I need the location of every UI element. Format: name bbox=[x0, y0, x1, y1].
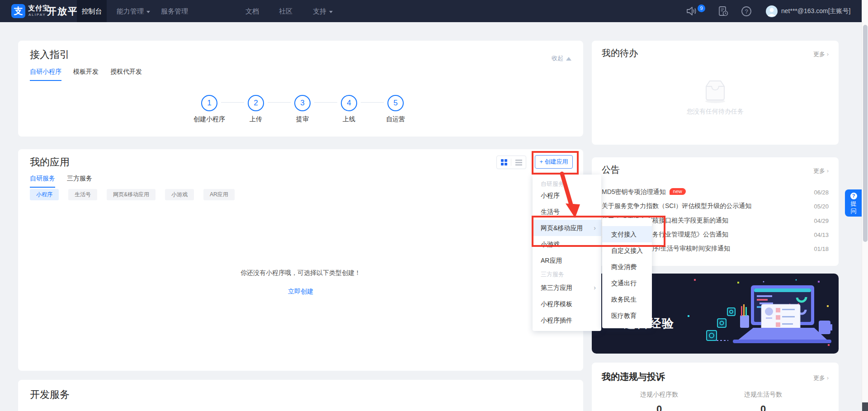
speaker-icon[interactable] bbox=[686, 6, 697, 16]
step-5-number: 5 bbox=[387, 95, 404, 111]
account-name[interactable]: net***@163.com[主账号] bbox=[781, 0, 851, 22]
step-3-number: 3 bbox=[294, 95, 311, 111]
brand-name-en: ALIPAY bbox=[28, 13, 46, 17]
notification-badge[interactable]: 9 bbox=[698, 5, 705, 12]
stat-value: 0 bbox=[609, 403, 709, 411]
list-view-icon[interactable] bbox=[515, 160, 522, 165]
tab-self-service[interactable]: 自研服务 bbox=[30, 175, 55, 188]
svg-text:?: ? bbox=[745, 8, 748, 15]
chevron-right-icon bbox=[594, 220, 596, 236]
menu-item-miniapp-plugin[interactable]: 小程序插件 bbox=[533, 312, 601, 328]
filter-minigame[interactable]: 小游戏 bbox=[165, 189, 194, 200]
dev-services-card: 开发服务 bbox=[18, 380, 583, 411]
step-5: 5 自运营 bbox=[372, 95, 419, 123]
alipay-open-platform-console: 支 支付宝 ALIPAY 开放平台 控制台 能力管理 服务管理 文档 社区 支持… bbox=[0, 0, 868, 411]
submenu-item-government[interactable]: 政务民生 bbox=[602, 291, 652, 307]
todo-empty-text: 您没有任何待办任务 bbox=[592, 108, 839, 116]
help-icon[interactable]: ? bbox=[741, 6, 752, 17]
web-mobile-submenu: 支付接入 自定义接入 商业消费 交通出行 政务民生 医疗教育 bbox=[602, 218, 652, 328]
announcement-link[interactable]: MD5密钥专项治理通知new bbox=[602, 188, 686, 196]
dev-services-title: 开发服务 bbox=[30, 388, 70, 402]
filter-miniapp[interactable]: 小程序 bbox=[30, 189, 59, 200]
menu-item-miniapp[interactable]: 小程序 bbox=[533, 187, 601, 203]
submenu-item-transport[interactable]: 交通出行 bbox=[602, 275, 652, 291]
nav-item-service[interactable]: 服务管理 bbox=[161, 0, 188, 22]
menu-item-third-party-app[interactable]: 第三方应用 bbox=[533, 279, 601, 296]
announcement-date: 05/20 bbox=[814, 203, 829, 210]
submenu-item-payment-access[interactable]: 支付接入 bbox=[602, 226, 652, 242]
chevron-down-icon bbox=[146, 11, 150, 13]
announcement-text: MD5密钥专项治理通知 bbox=[602, 188, 666, 195]
alipay-logo-icon[interactable]: 支 bbox=[11, 4, 25, 18]
menu-item-miniapp-template[interactable]: 小程序模板 bbox=[533, 296, 601, 312]
submenu-item-medical-edu[interactable]: 医疗教育 bbox=[602, 307, 652, 324]
empty-inbox-icon bbox=[701, 79, 730, 104]
guide-title: 接入指引 bbox=[30, 48, 70, 61]
document-log-icon[interactable] bbox=[718, 6, 729, 17]
apps-empty-text: 你还没有小程序哦，可选择以下类型创建！ bbox=[18, 269, 583, 277]
access-guide-card: 接入指引 自研小程序 模板开发 授权代开发 收起 1 创建小程序 2 上传 3 … bbox=[18, 41, 583, 137]
step-2-label: 上传 bbox=[232, 115, 279, 123]
nav-item-docs[interactable]: 文档 bbox=[245, 0, 259, 22]
step-2-number: 2 bbox=[248, 95, 264, 111]
tab-self-miniapp[interactable]: 自研小程序 bbox=[30, 68, 61, 81]
nav-item-support[interactable]: 支持 bbox=[313, 0, 333, 22]
submenu-item-commerce[interactable]: 商业消费 bbox=[602, 259, 652, 275]
nav-item-community[interactable]: 社区 bbox=[279, 0, 292, 22]
todo-title: 我的待办 bbox=[602, 47, 638, 59]
brand-name-cn: 支付宝 bbox=[28, 4, 50, 13]
nav-item-support-label: 支持 bbox=[313, 7, 326, 15]
announcements-title: 公告 bbox=[602, 164, 620, 176]
todo-more-link[interactable]: 更多 bbox=[813, 50, 829, 58]
ask-question-button[interactable]: ? 提 问 bbox=[845, 189, 862, 217]
violation-stat-miniapp: 违规小程序数 0 bbox=[609, 391, 709, 411]
create-app-menu: 自研服务 小程序 生活号 网页&移动应用 小游戏 AR应用 三方服务 第三方应用… bbox=[533, 175, 601, 331]
tab-template-dev[interactable]: 模板开发 bbox=[73, 68, 99, 81]
step-4-label: 上线 bbox=[326, 115, 373, 123]
step-2: 2 上传 bbox=[232, 95, 279, 123]
avatar[interactable] bbox=[766, 5, 778, 17]
filter-lifeaccount[interactable]: 生活号 bbox=[68, 189, 97, 200]
violations-title: 我的违规与投诉 bbox=[602, 371, 665, 383]
tab-third-party-service[interactable]: 三方服务 bbox=[67, 175, 92, 188]
create-app-button[interactable]: + 创建应用 bbox=[535, 155, 573, 169]
menu-item-ar-app[interactable]: AR应用 bbox=[533, 252, 601, 269]
view-toggle bbox=[496, 156, 526, 169]
scrollbar-track[interactable] bbox=[862, 0, 868, 411]
collapse-label: 收起 bbox=[552, 55, 563, 61]
toggle-divider bbox=[511, 159, 511, 166]
triangle-up-icon bbox=[566, 57, 571, 61]
step-3: 3 提审 bbox=[279, 95, 326, 123]
scrollbar-thumb[interactable] bbox=[863, 25, 868, 242]
app-type-filters: 小程序 生活号 网页&移动应用 小游戏 AR应用 bbox=[30, 189, 235, 200]
collapse-button[interactable]: 收起 bbox=[552, 54, 571, 62]
person-icon bbox=[766, 5, 778, 17]
filter-ar-app[interactable]: AR应用 bbox=[203, 189, 235, 200]
top-nav: 支 支付宝 ALIPAY 开放平台 控制台 能力管理 服务管理 文档 社区 支持… bbox=[0, 0, 868, 22]
announcement-date: 04/13 bbox=[814, 231, 829, 238]
my-apps-title: 我的应用 bbox=[30, 156, 70, 169]
question-mark-icon: ? bbox=[850, 193, 857, 199]
grid-view-icon[interactable] bbox=[501, 159, 507, 165]
announcements-more-link[interactable]: 更多 bbox=[813, 167, 829, 175]
announcement-row: 关于服务竞争力指数（SCI）评估模型升级的公示通知 05/20 bbox=[602, 199, 829, 213]
nav-item-capability-label: 能力管理 bbox=[117, 7, 144, 15]
menu-item-lifeaccount[interactable]: 生活号 bbox=[533, 203, 601, 220]
stat-label: 违规小程序数 bbox=[609, 391, 709, 399]
stat-label: 违规生活号数 bbox=[713, 391, 813, 399]
nav-item-console[interactable]: 控制台 bbox=[77, 0, 107, 22]
violations-more-link[interactable]: 更多 bbox=[813, 374, 829, 382]
filter-web-mobile[interactable]: 网页&移动应用 bbox=[107, 189, 156, 200]
tab-authorized-dev[interactable]: 授权代开发 bbox=[110, 68, 142, 81]
menu-item-minigame[interactable]: 小游戏 bbox=[533, 236, 601, 252]
announcement-row: MD5密钥专项治理通知new 06/28 bbox=[602, 185, 829, 199]
guide-tabs: 自研小程序 模板开发 授权代开发 bbox=[30, 68, 142, 81]
menu-item-web-mobile[interactable]: 网页&移动应用 bbox=[533, 220, 601, 236]
submenu-item-custom-access[interactable]: 自定义接入 bbox=[602, 242, 652, 259]
ask-label-line1: 提 bbox=[845, 200, 862, 208]
nav-item-capability[interactable]: 能力管理 bbox=[117, 0, 150, 22]
apps-tabs: 自研服务 三方服务 bbox=[30, 175, 92, 188]
create-now-link[interactable]: 立即创建 bbox=[18, 288, 583, 296]
announcement-link[interactable]: 关于服务竞争力指数（SCI）评估模型升级的公示通知 bbox=[602, 202, 751, 210]
menu-item-label: 第三方应用 bbox=[541, 284, 572, 291]
